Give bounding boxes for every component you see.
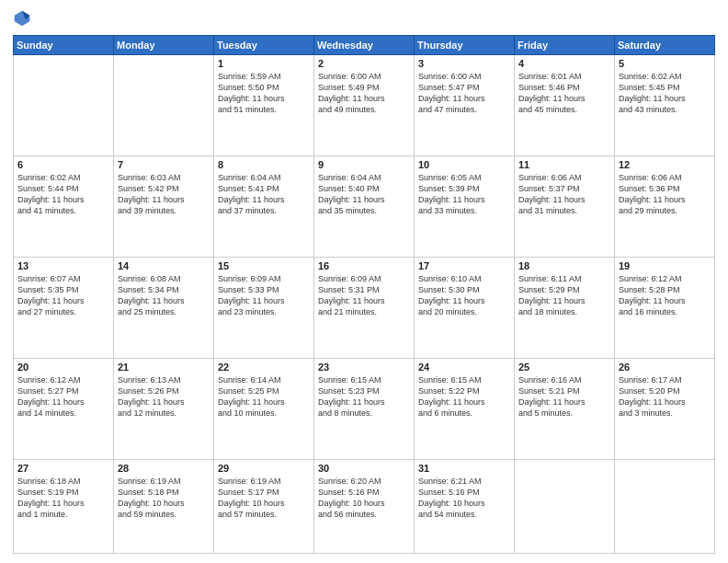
day-number: 29 (218, 463, 310, 474)
day-cell: 7Sunrise: 6:03 AM Sunset: 5:42 PM Daylig… (114, 155, 214, 257)
day-cell: 16Sunrise: 6:09 AM Sunset: 5:31 PM Dayli… (314, 257, 415, 358)
day-cell: 23Sunrise: 6:15 AM Sunset: 5:23 PM Dayli… (314, 358, 415, 459)
day-cell: 20Sunrise: 6:12 AM Sunset: 5:27 PM Dayli… (14, 358, 114, 459)
day-detail: Sunrise: 6:11 AM Sunset: 5:29 PM Dayligh… (518, 273, 610, 318)
day-detail: Sunrise: 6:09 AM Sunset: 5:31 PM Dayligh… (318, 273, 410, 318)
day-number: 4 (518, 58, 610, 69)
day-number: 30 (318, 463, 410, 474)
day-detail: Sunrise: 6:06 AM Sunset: 5:37 PM Dayligh… (518, 172, 610, 217)
day-cell: 29Sunrise: 6:19 AM Sunset: 5:17 PM Dayli… (214, 459, 314, 553)
day-detail: Sunrise: 6:15 AM Sunset: 5:22 PM Dayligh… (418, 374, 510, 419)
day-number: 13 (17, 260, 109, 271)
day-detail: Sunrise: 6:04 AM Sunset: 5:40 PM Dayligh… (318, 172, 410, 217)
day-number: 14 (118, 260, 210, 271)
day-number: 7 (118, 159, 210, 170)
day-cell: 3Sunrise: 6:00 AM Sunset: 5:47 PM Daylig… (415, 55, 515, 156)
day-number: 15 (218, 260, 310, 271)
day-number: 20 (17, 362, 109, 373)
day-cell: 13Sunrise: 6:07 AM Sunset: 5:35 PM Dayli… (14, 257, 114, 358)
day-cell: 9Sunrise: 6:04 AM Sunset: 5:40 PM Daylig… (314, 155, 415, 257)
day-detail: Sunrise: 6:02 AM Sunset: 5:45 PM Dayligh… (619, 71, 711, 116)
day-cell: 6Sunrise: 6:02 AM Sunset: 5:44 PM Daylig… (14, 155, 114, 257)
day-detail: Sunrise: 6:18 AM Sunset: 5:19 PM Dayligh… (17, 476, 109, 521)
day-detail: Sunrise: 6:09 AM Sunset: 5:33 PM Dayligh… (218, 273, 310, 318)
day-cell: 11Sunrise: 6:06 AM Sunset: 5:37 PM Dayli… (515, 155, 615, 257)
day-number: 16 (318, 260, 410, 271)
day-detail: Sunrise: 6:07 AM Sunset: 5:35 PM Dayligh… (17, 273, 109, 318)
day-detail: Sunrise: 6:04 AM Sunset: 5:41 PM Dayligh… (218, 172, 310, 217)
day-detail: Sunrise: 6:20 AM Sunset: 5:16 PM Dayligh… (318, 476, 410, 521)
day-number: 12 (619, 159, 711, 170)
col-header-tuesday: Tuesday (214, 36, 314, 55)
day-number: 18 (518, 260, 610, 271)
day-detail: Sunrise: 6:00 AM Sunset: 5:49 PM Dayligh… (318, 71, 410, 116)
svg-marker-0 (15, 11, 30, 27)
week-row-3: 20Sunrise: 6:12 AM Sunset: 5:27 PM Dayli… (14, 358, 715, 459)
header-row: SundayMondayTuesdayWednesdayThursdayFrid… (14, 36, 715, 55)
day-detail: Sunrise: 6:01 AM Sunset: 5:46 PM Dayligh… (518, 71, 610, 116)
day-detail: Sunrise: 6:06 AM Sunset: 5:36 PM Dayligh… (619, 172, 711, 217)
day-number: 8 (218, 159, 310, 170)
col-header-friday: Friday (515, 36, 615, 55)
day-detail: Sunrise: 6:14 AM Sunset: 5:25 PM Dayligh… (218, 374, 310, 419)
logo-icon (13, 9, 31, 28)
day-cell: 8Sunrise: 6:04 AM Sunset: 5:41 PM Daylig… (214, 155, 314, 257)
day-cell: 31Sunrise: 6:21 AM Sunset: 5:16 PM Dayli… (415, 459, 515, 553)
day-cell: 25Sunrise: 6:16 AM Sunset: 5:21 PM Dayli… (515, 358, 615, 459)
day-number: 5 (619, 58, 711, 69)
day-cell: 26Sunrise: 6:17 AM Sunset: 5:20 PM Dayli… (615, 358, 715, 459)
day-number: 3 (418, 58, 510, 69)
day-number: 31 (418, 463, 510, 474)
day-number: 21 (118, 362, 210, 373)
day-detail: Sunrise: 6:21 AM Sunset: 5:16 PM Dayligh… (418, 476, 510, 521)
day-detail: Sunrise: 6:15 AM Sunset: 5:23 PM Dayligh… (318, 374, 410, 419)
day-detail: Sunrise: 6:16 AM Sunset: 5:21 PM Dayligh… (518, 374, 610, 419)
day-number: 2 (318, 58, 410, 69)
week-row-0: 1Sunrise: 5:59 AM Sunset: 5:50 PM Daylig… (14, 55, 715, 156)
week-row-2: 13Sunrise: 6:07 AM Sunset: 5:35 PM Dayli… (14, 257, 715, 358)
day-detail: Sunrise: 6:12 AM Sunset: 5:27 PM Dayligh… (17, 374, 109, 419)
week-row-1: 6Sunrise: 6:02 AM Sunset: 5:44 PM Daylig… (14, 155, 715, 257)
day-cell: 2Sunrise: 6:00 AM Sunset: 5:49 PM Daylig… (314, 55, 415, 156)
day-detail: Sunrise: 6:19 AM Sunset: 5:17 PM Dayligh… (218, 476, 310, 521)
day-cell (515, 459, 615, 553)
day-number: 24 (418, 362, 510, 373)
page: SundayMondayTuesdayWednesdayThursdayFrid… (0, 0, 728, 563)
day-detail: Sunrise: 6:10 AM Sunset: 5:30 PM Dayligh… (418, 273, 510, 318)
day-number: 28 (118, 463, 210, 474)
day-cell (615, 459, 715, 553)
day-cell: 17Sunrise: 6:10 AM Sunset: 5:30 PM Dayli… (415, 257, 515, 358)
day-number: 23 (318, 362, 410, 373)
day-cell: 12Sunrise: 6:06 AM Sunset: 5:36 PM Dayli… (615, 155, 715, 257)
col-header-sunday: Sunday (14, 36, 114, 55)
day-detail: Sunrise: 6:13 AM Sunset: 5:26 PM Dayligh… (118, 374, 210, 419)
day-detail: Sunrise: 6:00 AM Sunset: 5:47 PM Dayligh… (418, 71, 510, 116)
day-detail: Sunrise: 5:59 AM Sunset: 5:50 PM Dayligh… (218, 71, 310, 116)
day-cell: 24Sunrise: 6:15 AM Sunset: 5:22 PM Dayli… (415, 358, 515, 459)
day-cell: 22Sunrise: 6:14 AM Sunset: 5:25 PM Dayli… (214, 358, 314, 459)
logo (13, 9, 33, 28)
day-cell: 21Sunrise: 6:13 AM Sunset: 5:26 PM Dayli… (114, 358, 214, 459)
day-cell: 1Sunrise: 5:59 AM Sunset: 5:50 PM Daylig… (214, 55, 314, 156)
day-number: 6 (17, 159, 109, 170)
day-number: 25 (518, 362, 610, 373)
day-cell: 4Sunrise: 6:01 AM Sunset: 5:46 PM Daylig… (515, 55, 615, 156)
day-number: 10 (418, 159, 510, 170)
day-detail: Sunrise: 6:02 AM Sunset: 5:44 PM Dayligh… (17, 172, 109, 217)
week-row-4: 27Sunrise: 6:18 AM Sunset: 5:19 PM Dayli… (14, 459, 715, 553)
day-cell: 14Sunrise: 6:08 AM Sunset: 5:34 PM Dayli… (114, 257, 214, 358)
day-cell (14, 55, 114, 156)
day-cell: 27Sunrise: 6:18 AM Sunset: 5:19 PM Dayli… (14, 459, 114, 553)
day-number: 1 (218, 58, 310, 69)
col-header-wednesday: Wednesday (314, 36, 415, 55)
day-number: 22 (218, 362, 310, 373)
day-cell: 28Sunrise: 6:19 AM Sunset: 5:18 PM Dayli… (114, 459, 214, 553)
day-number: 11 (518, 159, 610, 170)
day-number: 9 (318, 159, 410, 170)
day-cell: 15Sunrise: 6:09 AM Sunset: 5:33 PM Dayli… (214, 257, 314, 358)
day-detail: Sunrise: 6:19 AM Sunset: 5:18 PM Dayligh… (118, 476, 210, 521)
day-detail: Sunrise: 6:12 AM Sunset: 5:28 PM Dayligh… (619, 273, 711, 318)
header (13, 9, 715, 28)
day-detail: Sunrise: 6:03 AM Sunset: 5:42 PM Dayligh… (118, 172, 210, 217)
day-number: 27 (17, 463, 109, 474)
